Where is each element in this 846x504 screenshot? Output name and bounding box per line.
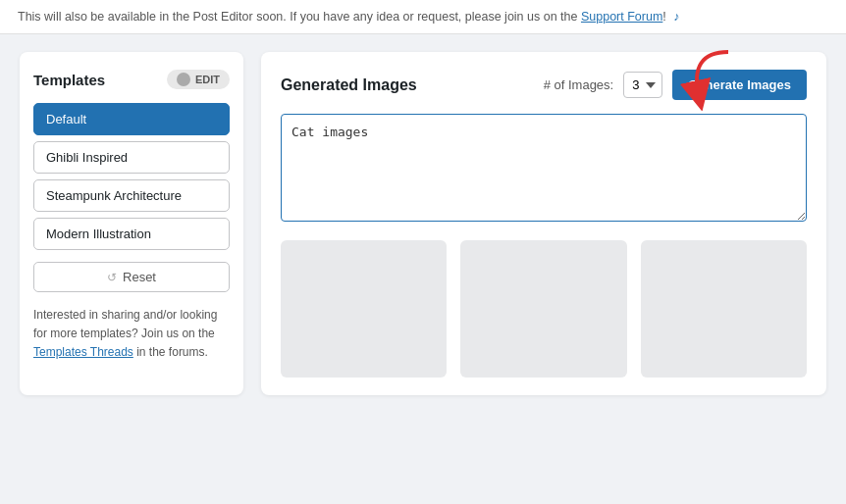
generated-images-panel: Generated Images # of Images: 1 2 3 4 5 … [261, 52, 826, 395]
generate-images-button[interactable]: Generate Images [672, 70, 807, 100]
info-text-1: Interested in sharing and/or looking for… [33, 308, 217, 340]
template-item-default[interactable]: Default [33, 103, 230, 135]
reset-button[interactable]: ↺ Reset [33, 262, 230, 292]
toggle-dot [177, 73, 190, 86]
top-bar-text: This will also be available in the Post … [18, 10, 581, 24]
template-item-steampunk[interactable]: Steampunk Architecture [33, 179, 230, 212]
right-title: Generated Images [281, 76, 417, 94]
edit-label: EDIT [195, 74, 220, 85]
template-item-modern[interactable]: Modern Illustration [33, 218, 230, 250]
reset-icon: ↺ [107, 271, 117, 284]
top-bar-exclamation: ! [662, 10, 665, 24]
right-header: Generated Images # of Images: 1 2 3 4 5 … [281, 70, 807, 100]
image-grid [281, 240, 807, 378]
template-item-ghibli[interactable]: Ghibli Inspired [33, 141, 230, 174]
info-text-2: in the forums. [133, 345, 208, 359]
templates-header: Templates EDIT [33, 70, 230, 89]
num-images-select[interactable]: 1 2 3 4 5 [623, 72, 662, 98]
template-label: Steampunk Architecture [46, 188, 182, 203]
templates-threads-link[interactable]: Templates Threads [33, 345, 133, 359]
image-placeholder-2 [460, 240, 626, 378]
template-label: Default [46, 112, 86, 126]
template-list: Default Ghibli Inspired Steampunk Archit… [33, 103, 230, 250]
support-forum-link[interactable]: Support Forum [581, 10, 662, 24]
edit-toggle[interactable]: EDIT [167, 70, 230, 89]
template-label: Ghibli Inspired [46, 150, 128, 165]
templates-panel: Templates EDIT Default Ghibli Inspired S… [20, 52, 243, 395]
controls: # of Images: 1 2 3 4 5 Generate Images [544, 70, 807, 100]
num-images-label: # of Images: [544, 77, 614, 92]
image-placeholder-3 [641, 240, 807, 378]
info-text: Interested in sharing and/or looking for… [33, 306, 230, 363]
top-bar: This will also be available in the Post … [0, 0, 846, 34]
image-placeholder-1 [281, 240, 447, 378]
reset-label: Reset [123, 270, 156, 284]
main-area: Templates EDIT Default Ghibli Inspired S… [0, 34, 846, 413]
prompt-textarea[interactable]: Cat images [281, 114, 807, 222]
music-icon: ♪ [673, 10, 679, 24]
templates-title: Templates [33, 72, 105, 88]
template-label: Modern Illustration [46, 227, 151, 241]
